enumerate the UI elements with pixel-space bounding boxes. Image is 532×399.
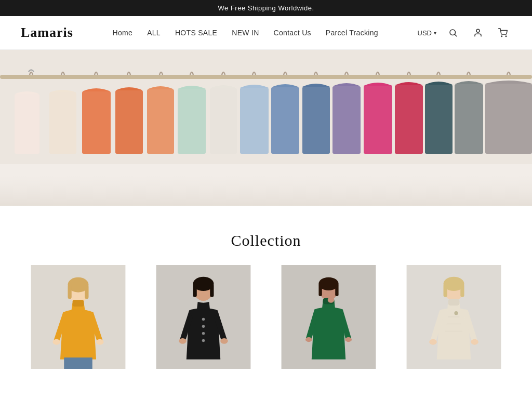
- svg-rect-23: [485, 84, 532, 154]
- svg-rect-18: [332, 86, 361, 154]
- svg-rect-24: [0, 175, 532, 206]
- header: Lamaris Home ALL HOTS SALE NEW IN Contac…: [0, 16, 532, 50]
- svg-rect-16: [271, 87, 299, 154]
- svg-rect-30: [73, 300, 84, 307]
- collection-title: Collection: [21, 232, 511, 249]
- svg-rect-22: [455, 84, 483, 154]
- svg-rect-19: [364, 86, 392, 154]
- svg-rect-9: [49, 92, 76, 154]
- product-image-1: [21, 265, 136, 369]
- svg-point-63: [454, 311, 458, 315]
- svg-rect-59: [448, 299, 460, 305]
- nav-new-in[interactable]: NEW IN: [232, 29, 259, 37]
- nav-parcel-tracking[interactable]: Parcel Tracking: [326, 29, 378, 37]
- svg-rect-57: [444, 284, 447, 297]
- hero-banner: [0, 50, 532, 206]
- svg-rect-20: [395, 85, 423, 154]
- svg-point-40: [202, 325, 205, 327]
- announcement-text: We Free Shipping Worldwide.: [218, 4, 314, 12]
- svg-rect-29: [85, 285, 88, 299]
- account-button[interactable]: [470, 24, 486, 41]
- svg-rect-48: [318, 284, 322, 296]
- svg-rect-14: [210, 88, 237, 154]
- currency-selector[interactable]: USD ▾: [418, 29, 436, 37]
- svg-rect-28: [68, 285, 72, 299]
- svg-rect-49: [335, 284, 338, 296]
- header-actions: USD ▾: [418, 24, 511, 41]
- svg-point-39: [202, 318, 205, 321]
- product-image: [271, 265, 386, 369]
- svg-rect-58: [460, 284, 464, 297]
- svg-point-53: [345, 337, 352, 342]
- svg-rect-11: [115, 90, 143, 154]
- svg-rect-38: [210, 284, 214, 297]
- svg-rect-8: [15, 94, 39, 154]
- product-image: [21, 265, 136, 369]
- logo[interactable]: Lamaris: [21, 25, 73, 41]
- svg-rect-37: [193, 284, 197, 297]
- svg-rect-17: [302, 87, 330, 154]
- product-card[interactable]: [146, 265, 261, 369]
- svg-point-43: [179, 338, 187, 344]
- nav-all[interactable]: ALL: [147, 29, 161, 37]
- svg-line-1: [455, 34, 456, 36]
- main-nav: Home ALL HOTS SALE NEW IN Contact Us Par…: [113, 29, 378, 37]
- svg-point-2: [476, 29, 480, 32]
- svg-rect-10: [82, 91, 111, 154]
- product-image-4: [396, 265, 511, 369]
- product-card[interactable]: [21, 265, 136, 369]
- svg-rect-33: [64, 357, 92, 369]
- svg-rect-13: [178, 89, 206, 154]
- svg-rect-7: [0, 75, 532, 79]
- product-image-3: [271, 265, 386, 369]
- search-button[interactable]: [445, 24, 461, 41]
- collection-grid: [21, 265, 511, 369]
- svg-rect-12: [147, 89, 174, 154]
- search-icon: [448, 28, 458, 37]
- svg-point-51: [328, 297, 335, 303]
- product-card[interactable]: [396, 265, 511, 369]
- cart-button[interactable]: [495, 24, 511, 41]
- svg-point-3: [501, 36, 502, 37]
- svg-point-0: [450, 30, 456, 35]
- svg-point-64: [429, 339, 437, 345]
- product-image: [396, 265, 511, 369]
- svg-point-42: [202, 339, 205, 342]
- svg-point-4: [506, 36, 507, 37]
- svg-rect-15: [240, 88, 269, 154]
- cart-icon: [498, 28, 508, 37]
- svg-point-44: [220, 338, 228, 344]
- svg-point-41: [202, 332, 205, 335]
- collection-section: Collection: [0, 206, 532, 384]
- nav-contact-us[interactable]: Contact Us: [274, 29, 311, 37]
- svg-point-31: [52, 339, 60, 345]
- product-card[interactable]: [271, 265, 386, 369]
- nav-home[interactable]: Home: [113, 29, 133, 37]
- product-image: [146, 265, 261, 369]
- nav-hots-sale[interactable]: HOTS SALE: [175, 29, 217, 37]
- currency-label: USD: [418, 29, 432, 37]
- svg-rect-21: [425, 85, 453, 154]
- hero-image: [0, 50, 532, 206]
- announcement-bar: We Free Shipping Worldwide.: [0, 0, 532, 16]
- svg-point-52: [305, 337, 312, 342]
- chevron-down-icon: ▾: [434, 30, 436, 36]
- product-image-2: [146, 265, 261, 369]
- svg-point-65: [471, 339, 478, 345]
- svg-point-32: [96, 339, 104, 345]
- account-icon: [473, 28, 483, 37]
